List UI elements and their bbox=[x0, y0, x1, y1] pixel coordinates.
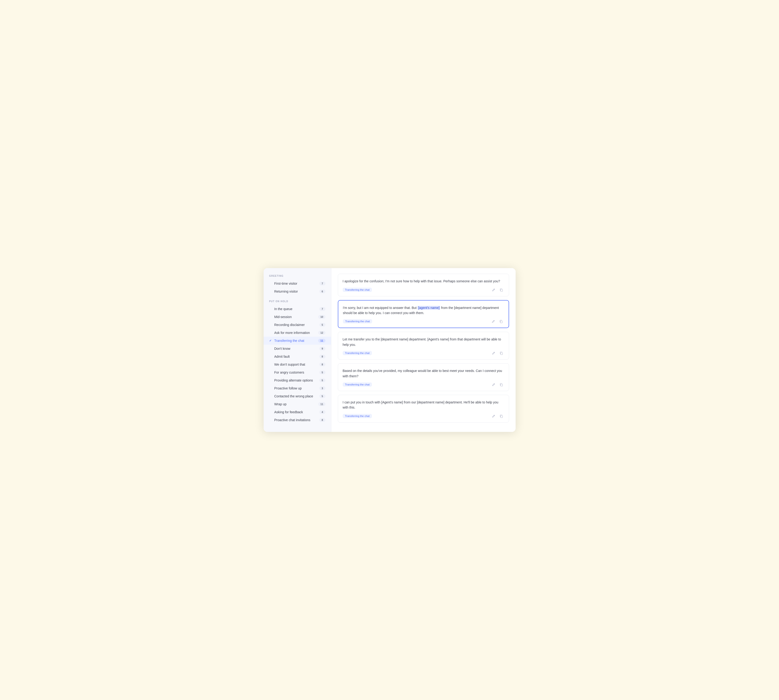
sidebar-item-mid-session[interactable]: Mid-session10 bbox=[264, 313, 331, 321]
sidebar-item-proactive-follow-up[interactable]: Proactive follow up3 bbox=[264, 384, 331, 392]
copy-icon bbox=[499, 414, 503, 418]
response-tag-response-4: Transferring the chat bbox=[343, 382, 372, 387]
edit-icon bbox=[491, 414, 495, 418]
response-footer-response-2: Transferring the chat bbox=[343, 319, 504, 324]
edit-button[interactable] bbox=[491, 413, 496, 418]
sidebar-item-label-recording-disclaimer: Recording disclaimer bbox=[275, 323, 305, 327]
edit-button[interactable] bbox=[491, 350, 496, 356]
sidebar-badge-ask-for-more-information: 12 bbox=[318, 331, 325, 335]
response-card-response-3: Let me transfer you to the [department n… bbox=[338, 332, 509, 360]
sidebar-item-wrap-up[interactable]: Wrap up11 bbox=[264, 400, 331, 408]
sidebar-item-label-admit-fault: Admit fault bbox=[275, 355, 290, 358]
edit-button[interactable] bbox=[491, 382, 496, 387]
sidebar-item-label-in-the-queue: In the queue bbox=[275, 307, 293, 311]
sidebar-item-in-the-queue[interactable]: In the queue7 bbox=[264, 305, 331, 313]
sidebar-item-first-time-visitor[interactable]: First-time visitor7 bbox=[264, 280, 331, 287]
edit-icon bbox=[491, 320, 495, 323]
sidebar-item-label-we-dont-support-that: We don't support that bbox=[275, 363, 305, 366]
sidebar-badge-asking-for-feedback: 4 bbox=[320, 410, 325, 414]
sidebar-badge-proactive-chat-invitations: 8 bbox=[320, 418, 325, 422]
sidebar-item-label-first-time-visitor: First-time visitor bbox=[275, 282, 298, 285]
response-tag-response-3: Transferring the chat bbox=[343, 351, 372, 355]
copy-button[interactable] bbox=[499, 287, 504, 292]
app-container: GREETINGFirst-time visitor7Returning vis… bbox=[264, 268, 516, 432]
sidebar-item-label-dont-know: Don't know bbox=[275, 347, 290, 350]
sidebar-badge-recording-disclaimer: 5 bbox=[320, 323, 325, 327]
sidebar-badge-admit-fault: 8 bbox=[320, 355, 325, 358]
sidebar-item-dont-know[interactable]: Don't know9 bbox=[264, 345, 331, 353]
response-text-response-3: Let me transfer you to the [department n… bbox=[343, 337, 504, 347]
sidebar-badge-first-time-visitor: 7 bbox=[320, 282, 325, 285]
response-text-response-4: Based on the details you've provided, my… bbox=[343, 368, 504, 379]
sidebar-badge-proactive-follow-up: 3 bbox=[320, 387, 325, 390]
response-card-response-1: I apologize for the confusion; I'm not s… bbox=[338, 274, 509, 296]
sidebar-badge-returning-visitor: 6 bbox=[320, 290, 325, 293]
sidebar-item-asking-for-feedback[interactable]: Asking for feedback4 bbox=[264, 408, 331, 416]
copy-icon bbox=[499, 383, 503, 387]
response-card-response-5: I can put you in touch with [Agent's nam… bbox=[338, 395, 509, 423]
svg-rect-1 bbox=[501, 321, 502, 323]
sidebar-item-proactive-chat-invitations[interactable]: Proactive chat invitations8 bbox=[264, 416, 331, 424]
response-tag-response-2: Transferring the chat bbox=[343, 319, 372, 323]
sidebar-item-ask-for-more-information[interactable]: Ask for more information12 bbox=[264, 329, 331, 337]
check-icon: ✓ bbox=[269, 339, 273, 342]
edit-icon bbox=[491, 288, 495, 292]
sidebar-item-label-proactive-follow-up: Proactive follow up bbox=[275, 387, 302, 390]
response-text-response-5: I can put you in touch with [Agent's nam… bbox=[343, 400, 504, 410]
svg-rect-2 bbox=[501, 353, 503, 355]
response-text-response-1: I apologize for the confusion; I'm not s… bbox=[343, 278, 504, 284]
copy-icon bbox=[499, 352, 503, 355]
sidebar-item-label-mid-session: Mid-session bbox=[275, 315, 292, 319]
svg-rect-0 bbox=[501, 289, 503, 292]
copy-button[interactable] bbox=[498, 319, 504, 324]
sidebar-item-transferring-the-chat[interactable]: ✓Transferring the chat11 bbox=[264, 337, 331, 345]
sidebar-badge-contacted-the-wrong-place: 5 bbox=[320, 394, 325, 398]
sidebar-section-label-1: PUT ON HOLD bbox=[264, 300, 331, 305]
sidebar-section-label-0: GREETING bbox=[264, 275, 331, 280]
sidebar-item-label-wrap-up: Wrap up bbox=[275, 402, 287, 406]
main-content: I apologize for the confusion; I'm not s… bbox=[331, 268, 516, 432]
response-text-response-2: I'm sorry, but I am not equipped to answ… bbox=[343, 305, 504, 316]
sidebar-badge-wrap-up: 11 bbox=[318, 402, 325, 406]
sidebar-item-label-providing-alternate-options: Providing alternate options bbox=[275, 378, 313, 382]
sidebar-item-label-ask-for-more-information: Ask for more information bbox=[275, 331, 310, 335]
sidebar-item-recording-disclaimer[interactable]: Recording disclaimer5 bbox=[264, 321, 331, 329]
sidebar-item-contacted-the-wrong-place[interactable]: Contacted the wrong place5 bbox=[264, 392, 331, 400]
sidebar-item-label-asking-for-feedback: Asking for feedback bbox=[275, 410, 303, 414]
edit-icon bbox=[491, 352, 495, 355]
sidebar-badge-we-dont-support-that: 8 bbox=[320, 363, 325, 366]
sidebar-item-admit-fault[interactable]: Admit fault8 bbox=[264, 353, 331, 360]
response-tag-response-5: Transferring the chat bbox=[343, 414, 372, 418]
response-footer-response-5: Transferring the chat bbox=[343, 413, 504, 418]
sidebar-item-for-angry-customers[interactable]: For angry customers5 bbox=[264, 368, 331, 377]
sidebar-badge-dont-know: 9 bbox=[320, 347, 325, 350]
copy-button[interactable] bbox=[499, 382, 504, 387]
sidebar-item-we-dont-support-that[interactable]: We don't support that8 bbox=[264, 360, 331, 368]
sidebar: GREETINGFirst-time visitor7Returning vis… bbox=[264, 268, 331, 432]
sidebar-item-label-contacted-the-wrong-place: Contacted the wrong place bbox=[275, 394, 313, 398]
sidebar-badge-in-the-queue: 7 bbox=[320, 307, 325, 311]
sidebar-item-label-proactive-chat-invitations: Proactive chat invitations bbox=[275, 418, 311, 422]
edit-button[interactable] bbox=[491, 287, 496, 292]
sidebar-item-label-transferring-the-chat: Transferring the chat bbox=[275, 339, 305, 343]
highlighted-text: [agent's name] bbox=[418, 306, 440, 310]
copy-icon bbox=[499, 288, 503, 292]
response-card-response-2: I'm sorry, but I am not equipped to answ… bbox=[338, 300, 509, 328]
response-footer-response-1: Transferring the chat bbox=[343, 287, 504, 292]
copy-icon bbox=[499, 320, 503, 323]
sidebar-badge-providing-alternate-options: 5 bbox=[320, 378, 325, 382]
sidebar-badge-mid-session: 10 bbox=[318, 315, 325, 319]
copy-button[interactable] bbox=[499, 413, 504, 418]
response-footer-response-4: Transferring the chat bbox=[343, 382, 504, 387]
edit-icon bbox=[491, 383, 495, 387]
svg-rect-4 bbox=[501, 415, 503, 418]
sidebar-item-returning-visitor[interactable]: Returning visitor6 bbox=[264, 287, 331, 295]
sidebar-item-label-returning-visitor: Returning visitor bbox=[275, 290, 298, 293]
response-footer-response-3: Transferring the chat bbox=[343, 350, 504, 356]
edit-button[interactable] bbox=[490, 319, 496, 324]
sidebar-item-label-for-angry-customers: For angry customers bbox=[275, 370, 304, 374]
response-card-response-4: Based on the details you've provided, my… bbox=[338, 363, 509, 391]
copy-button[interactable] bbox=[499, 350, 504, 356]
sidebar-item-providing-alternate-options[interactable]: Providing alternate options5 bbox=[264, 377, 331, 384]
sidebar-badge-transferring-the-chat: 11 bbox=[318, 339, 325, 343]
